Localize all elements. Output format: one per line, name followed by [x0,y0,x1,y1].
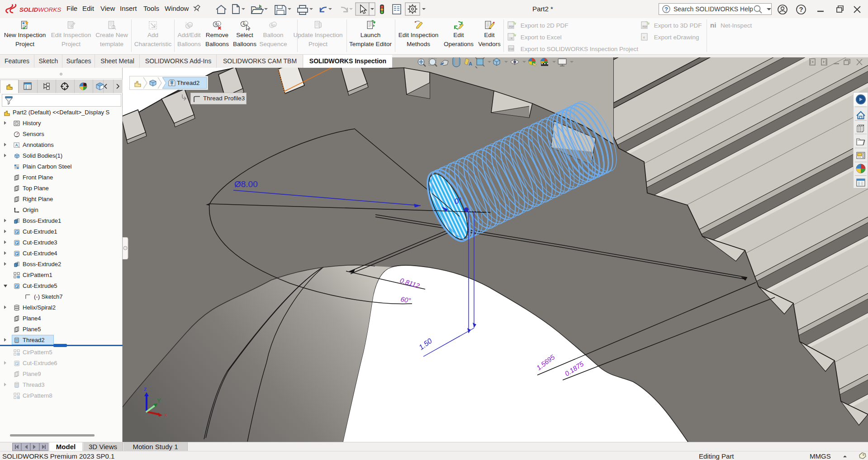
svg-text:Y: Y [157,397,161,404]
svg-text:PDF: PDF [509,25,515,28]
svg-text:PDF: PDF [643,25,648,28]
svg-text:X: X [511,37,512,40]
svg-text:Search SOLIDWORKS Help: Search SOLIDWORKS Help [674,5,753,13]
svg-text:A: A [469,61,472,66]
svg-text:Ø8.00: Ø8.00 [234,179,258,189]
svg-text:A: A [15,143,18,147]
svg-text:111: 111 [188,24,192,27]
svg-text:SW: SW [508,47,514,51]
svg-text:SOLIDWORKS: SOLIDWORKS [19,6,61,13]
svg-text:11: 11 [242,22,246,25]
svg-text:123: 123 [271,24,276,27]
svg-text:?: ? [799,5,803,13]
svg-text:x: x [164,411,167,418]
svg-text:Thread2: Thread2 [177,80,199,86]
svg-text:z: z [144,385,147,392]
svg-text:111: 111 [214,23,219,26]
svg-text:60°: 60° [400,295,412,304]
svg-text:e: e [643,36,645,39]
svg-text:?: ? [664,6,668,13]
